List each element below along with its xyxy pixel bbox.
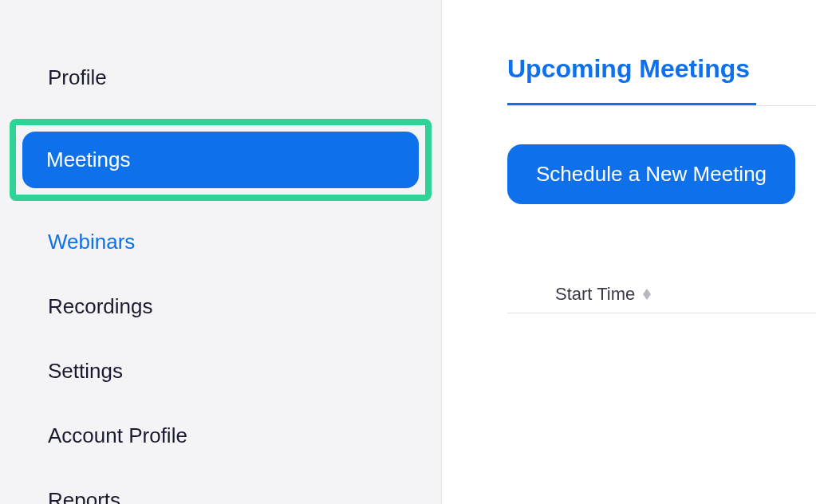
tab-underline-divider: [507, 105, 816, 106]
sidebar-item-meetings-highlight: Meetings: [10, 119, 432, 201]
tab-underline-active: [507, 103, 756, 106]
svg-marker-1: [643, 294, 651, 300]
sidebar-item-meetings[interactable]: Meetings: [22, 132, 419, 188]
sidebar-item-account-profile[interactable]: Account Profile: [48, 412, 412, 459]
table-header: Start Time: [507, 284, 816, 313]
sort-icon[interactable]: [643, 289, 651, 300]
schedule-meeting-button[interactable]: Schedule a New Meeting: [507, 144, 795, 204]
sidebar-item-profile[interactable]: Profile: [48, 54, 412, 101]
sidebar: Profile Meetings Webinars Recordings Set…: [0, 0, 442, 504]
sidebar-item-webinars[interactable]: Webinars: [48, 219, 412, 266]
svg-marker-0: [643, 289, 651, 294]
tab-label: Upcoming Meetings: [507, 54, 750, 103]
sidebar-item-reports[interactable]: Reports: [48, 477, 412, 504]
sidebar-item-recordings[interactable]: Recordings: [48, 283, 412, 330]
column-header-start-time[interactable]: Start Time: [555, 284, 635, 305]
tab-upcoming-meetings[interactable]: Upcoming Meetings: [507, 54, 816, 103]
sidebar-item-settings[interactable]: Settings: [48, 348, 412, 395]
main-content: Upcoming Meetings Schedule a New Meeting…: [442, 0, 816, 504]
